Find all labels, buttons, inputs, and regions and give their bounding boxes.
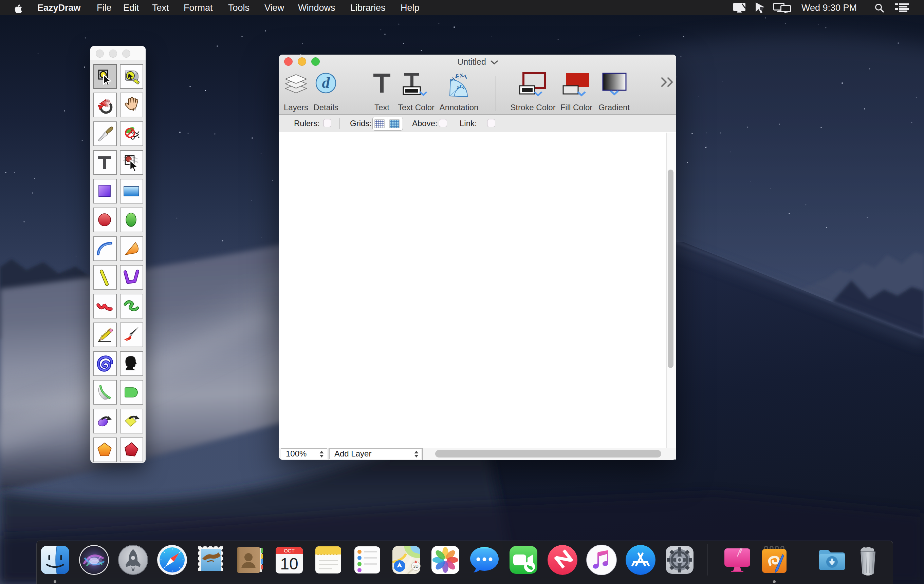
svg-text:3D: 3D — [413, 564, 419, 569]
svg-text:I: I — [460, 84, 461, 89]
svg-text:d: d — [322, 74, 330, 91]
svg-text:T: T — [463, 74, 469, 81]
svg-text:OCT: OCT — [284, 548, 295, 553]
svg-text:10: 10 — [280, 555, 298, 573]
